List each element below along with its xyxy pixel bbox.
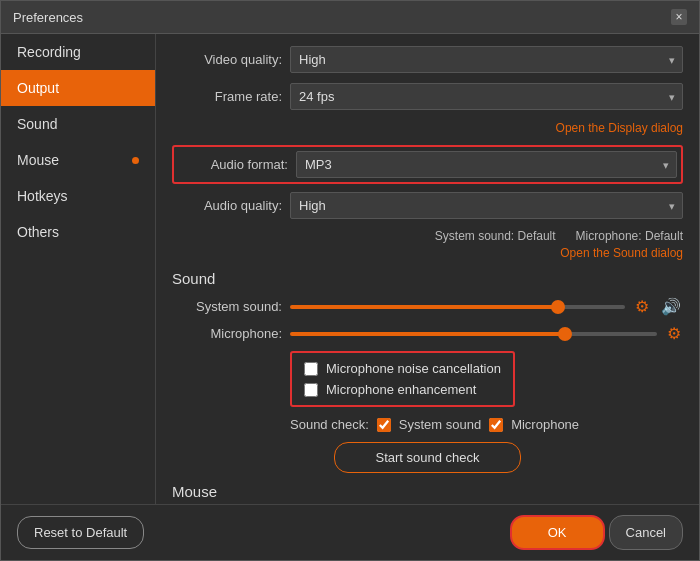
audio-format-row: Audio format: MP3 ▾: [178, 151, 677, 178]
sidebar-label-sound: Sound: [17, 116, 57, 132]
reset-to-default-button[interactable]: Reset to Default: [17, 516, 144, 549]
sidebar-item-output[interactable]: Output: [1, 70, 155, 106]
sidebar: Recording Output Sound Mouse Hotkeys Oth…: [1, 34, 156, 504]
mouse-dot-indicator: [132, 157, 139, 164]
video-quality-label: Video quality:: [172, 52, 282, 67]
audio-quality-select[interactable]: High: [290, 192, 683, 219]
content-area: Recording Output Sound Mouse Hotkeys Oth…: [1, 34, 699, 504]
sidebar-item-hotkeys[interactable]: Hotkeys: [1, 178, 155, 214]
sidebar-label-output: Output: [17, 80, 59, 96]
system-sound-slider-row: System sound: ⚙ 🔊: [172, 297, 683, 316]
system-sound-check-label: System sound: [399, 417, 481, 432]
title-bar: Preferences ×: [1, 1, 699, 34]
microphone-slider-thumb: [558, 327, 572, 341]
frame-rate-row: Frame rate: 24 fps ▾: [172, 83, 683, 110]
sidebar-label-mouse: Mouse: [17, 152, 59, 168]
noise-cancellation-row: Microphone noise cancellation: [304, 361, 501, 376]
preferences-dialog: Preferences × Recording Output Sound Mou…: [0, 0, 700, 561]
audio-quality-select-wrapper: High ▾: [290, 192, 683, 219]
close-button[interactable]: ×: [671, 9, 687, 25]
sidebar-label-hotkeys: Hotkeys: [17, 188, 68, 204]
footer-buttons: OK Cancel: [510, 515, 683, 550]
system-sound-slider-container: ⚙ 🔊: [290, 297, 683, 316]
sound-section-title: Sound: [172, 270, 683, 287]
sidebar-item-others[interactable]: Others: [1, 214, 155, 250]
frame-rate-select-wrapper: 24 fps ▾: [290, 83, 683, 110]
start-sound-check-button[interactable]: Start sound check: [334, 442, 520, 473]
audio-format-select-wrapper: MP3 ▾: [296, 151, 677, 178]
video-quality-select[interactable]: High: [290, 46, 683, 73]
sound-info-row: System sound: Default Microphone: Defaul…: [172, 229, 683, 243]
audio-quality-row: Audio quality: High ▾: [172, 192, 683, 219]
microphone-slider[interactable]: [290, 332, 657, 336]
microphone-check-checkbox[interactable]: [489, 418, 503, 432]
sound-check-row: Sound check: System sound Microphone: [290, 417, 683, 432]
system-sound-gear-icon[interactable]: ⚙: [633, 297, 651, 316]
system-sound-info: System sound: Default: [435, 229, 556, 243]
system-sound-slider-label: System sound:: [172, 299, 282, 314]
mouse-section-title: Mouse: [172, 483, 683, 500]
microphone-gear-icon[interactable]: ⚙: [665, 324, 683, 343]
open-display-dialog-link[interactable]: Open the Display dialog: [556, 121, 683, 135]
sound-dialog-link-row: Open the Sound dialog: [172, 245, 683, 260]
enhancement-row: Microphone enhancement: [304, 382, 501, 397]
open-sound-dialog-link[interactable]: Open the Sound dialog: [560, 246, 683, 260]
system-sound-slider-thumb: [551, 300, 565, 314]
system-sound-slider[interactable]: [290, 305, 625, 309]
noise-cancellation-label: Microphone noise cancellation: [326, 361, 501, 376]
system-sound-check-checkbox[interactable]: [377, 418, 391, 432]
frame-rate-label: Frame rate:: [172, 89, 282, 104]
ok-button[interactable]: OK: [510, 515, 605, 550]
microphone-check-label: Microphone: [511, 417, 579, 432]
sidebar-label-others: Others: [17, 224, 59, 240]
microphone-slider-row: Microphone: ⚙: [172, 324, 683, 343]
system-sound-speaker-icon[interactable]: 🔊: [659, 297, 683, 316]
sidebar-label-recording: Recording: [17, 44, 81, 60]
footer: Reset to Default OK Cancel: [1, 504, 699, 560]
cancel-button[interactable]: Cancel: [609, 515, 683, 550]
main-content: Video quality: High ▾ Frame rate: 24 fps…: [156, 34, 699, 504]
video-quality-select-wrapper: High ▾: [290, 46, 683, 73]
frame-rate-select[interactable]: 24 fps: [290, 83, 683, 110]
enhancement-checkbox[interactable]: [304, 383, 318, 397]
microphone-info: Microphone: Default: [576, 229, 683, 243]
video-quality-row: Video quality: High ▾: [172, 46, 683, 73]
audio-format-select[interactable]: MP3: [296, 151, 677, 178]
audio-quality-label: Audio quality:: [172, 198, 282, 213]
sidebar-item-sound[interactable]: Sound: [1, 106, 155, 142]
microphone-slider-container: ⚙: [290, 324, 683, 343]
sound-check-label: Sound check:: [290, 417, 369, 432]
noise-cancellation-checkbox[interactable]: [304, 362, 318, 376]
display-dialog-link-row: Open the Display dialog: [172, 120, 683, 135]
audio-format-highlighted: Audio format: MP3 ▾: [172, 145, 683, 184]
sidebar-item-recording[interactable]: Recording: [1, 34, 155, 70]
sidebar-item-mouse[interactable]: Mouse: [1, 142, 155, 178]
enhancement-label: Microphone enhancement: [326, 382, 476, 397]
dialog-title: Preferences: [13, 10, 83, 25]
audio-format-label: Audio format:: [178, 157, 288, 172]
microphone-checkboxes: Microphone noise cancellation Microphone…: [290, 351, 515, 407]
microphone-slider-label: Microphone:: [172, 326, 282, 341]
